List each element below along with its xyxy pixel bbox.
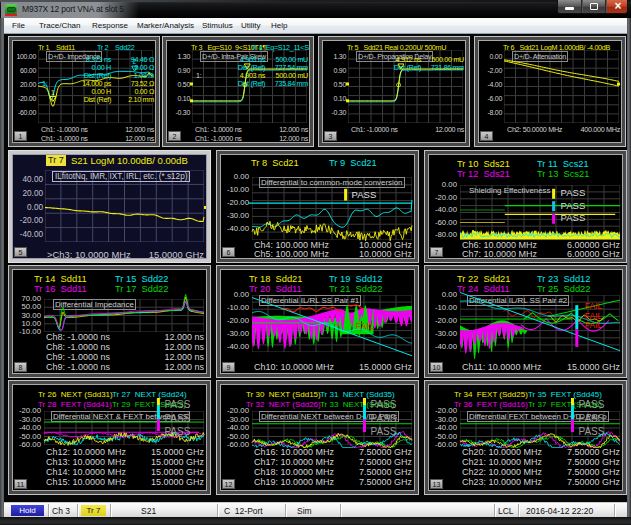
svg-text:PASS: PASS <box>561 212 586 223</box>
svg-text:PASS: PASS <box>578 426 604 437</box>
svg-text:PASS: PASS <box>164 413 190 424</box>
svg-text:FAIL: FAIL <box>585 301 603 311</box>
svg-text:1: 1 <box>51 89 55 96</box>
svg-text:PASS: PASS <box>370 426 396 437</box>
svg-text:PASS: PASS <box>352 189 377 200</box>
svg-text:PASS: PASS <box>370 413 396 424</box>
svg-text:PASS: PASS <box>164 426 190 437</box>
svg-text:FAIL: FAIL <box>356 321 374 331</box>
svg-text:PASS: PASS <box>561 187 586 198</box>
svg-text:PASS: PASS <box>578 399 604 410</box>
svg-text:FAIL: FAIL <box>585 320 603 330</box>
svg-text:PASS: PASS <box>578 413 604 424</box>
svg-text:PASS: PASS <box>164 399 190 410</box>
svg-text:PASS: PASS <box>561 200 586 211</box>
svg-text:PASS: PASS <box>370 399 396 410</box>
svg-text:2: 2 <box>133 58 137 65</box>
